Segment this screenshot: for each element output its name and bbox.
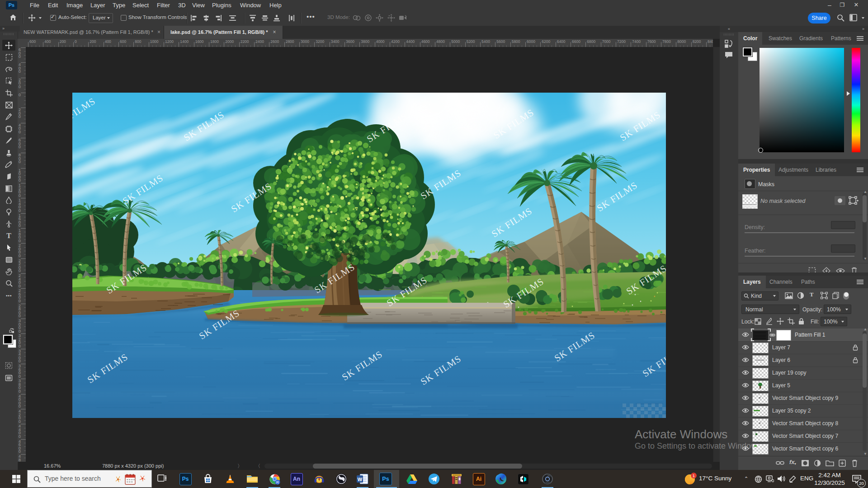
svg-text:R: R xyxy=(276,480,279,484)
svg-text:W: W xyxy=(358,477,363,482)
